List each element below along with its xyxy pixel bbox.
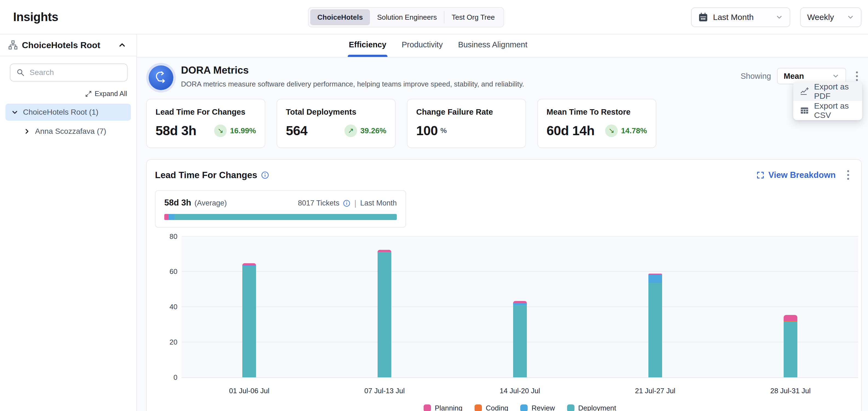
expand-all-button[interactable]: Expand All (0, 90, 127, 98)
bar-segment-planning (784, 315, 797, 321)
view-breakdown-button[interactable]: View Breakdown (756, 170, 836, 180)
chart-line-icon (800, 87, 809, 96)
bar-segment-planning (242, 263, 256, 266)
stacked-bar[interactable] (648, 274, 662, 377)
top-header: Insights ChoiceHotels Solution Engineers… (0, 0, 868, 34)
bar-segment-deployment (513, 305, 527, 377)
separator: | (354, 199, 356, 208)
trend-up-icon: ↗ (344, 125, 357, 137)
stacked-bar[interactable] (784, 315, 797, 377)
bar-segment-deployment (648, 283, 662, 377)
chart-x-axis: 01 Jul-06 Jul07 Jul-13 Jul14 Jul-20 Jul2… (182, 378, 858, 397)
export-pdf-label: Export as PDF (814, 82, 856, 101)
dora-subtitle: DORA metrics measure software delivery p… (181, 80, 524, 89)
legend-item-deployment[interactable]: Deployment (567, 404, 616, 411)
legend-label: Planning (435, 404, 463, 411)
tree-item-label: ChoiceHotels Root (1) (23, 108, 98, 116)
aggregation-value: Mean (784, 72, 804, 81)
granularity-select[interactable]: Weekly (800, 7, 861, 27)
bar-segment-deployment (378, 252, 391, 377)
tree-item-anna[interactable]: Anna Scozzafava (7) (18, 123, 131, 140)
phase-segment-review (168, 214, 174, 220)
chevron-up-icon[interactable] (118, 41, 126, 49)
info-icon[interactable] (261, 171, 269, 179)
search-input[interactable] (30, 68, 122, 77)
summary-qualifier: (Average) (194, 199, 227, 207)
trend-delta: 39.26% (360, 127, 386, 135)
chevron-down-icon[interactable] (11, 108, 19, 116)
dora-header: DORA Metrics DORA metrics measure softwa… (146, 63, 862, 90)
chevron-right-icon[interactable] (23, 128, 31, 135)
lead-time-summary-card: 58d 3h (Average) 8017 Tickets | Last Mon… (155, 190, 406, 228)
date-range-select[interactable]: Last Month (691, 7, 790, 27)
legend-label: Deployment (578, 404, 616, 411)
org-tab-test-org-tree[interactable]: Test Org Tree (444, 9, 502, 25)
metric-title: Change Failure Rate (416, 107, 517, 116)
dora-cycle-icon (149, 65, 173, 90)
org-tree-sidebar: ChoiceHotels Root Expand All ChoiceHotel… (0, 34, 137, 411)
legend-label: Coding (486, 404, 508, 411)
calendar-icon (698, 12, 708, 22)
stacked-bar[interactable] (378, 250, 391, 377)
dora-metric-cards: Lead Time For Changes 58d 3h ↘ 16.99% To… (146, 99, 862, 148)
expand-all-label: Expand All (95, 90, 127, 98)
tree-item-root[interactable]: ChoiceHotels Root (1) (5, 104, 131, 121)
metric-card-change-failure-rate: Change Failure Rate 100 % (407, 99, 526, 148)
org-tab-choicehotels[interactable]: ChoiceHotels (310, 9, 370, 25)
metric-value: 58d 3h (156, 123, 196, 138)
legend-swatch (520, 404, 528, 411)
date-range-value: Last Month (713, 12, 753, 22)
x-tick-label: 14 Jul-20 Jul (500, 387, 540, 395)
tab-efficiency[interactable]: Efficiency (349, 40, 386, 57)
info-icon[interactable] (343, 200, 350, 207)
chevron-down-icon (775, 13, 783, 21)
trend-delta: 14.78% (621, 127, 647, 135)
tab-productivity[interactable]: Productivity (402, 40, 443, 57)
legend-item-planning[interactable]: Planning (424, 404, 463, 411)
summary-value: 58d 3h (164, 198, 191, 208)
org-tree: ChoiceHotels Root (1) Anna Scozzafava (7… (5, 104, 131, 140)
main-panel: Efficiency Productivity Business Alignme… (137, 34, 868, 411)
legend-item-review[interactable]: Review (520, 404, 555, 411)
y-tick-label: 40 (169, 303, 178, 311)
bar-segment-planning (378, 250, 391, 252)
trend-badge: ↘ 16.99% (214, 125, 256, 137)
table-icon (800, 106, 809, 115)
trend-down-icon: ↘ (214, 125, 227, 137)
trend-badge: ↘ 14.78% (605, 125, 647, 137)
y-tick-label: 20 (169, 338, 178, 346)
sidebar-header[interactable]: ChoiceHotels Root (0, 34, 136, 56)
chart-overflow-menu-button[interactable] (843, 168, 853, 182)
trend-down-icon: ↘ (605, 125, 618, 137)
dora-overflow-menu-button[interactable] (852, 69, 862, 84)
metric-title: Total Deployments (286, 107, 386, 116)
phase-distribution-bar (164, 214, 397, 220)
chevron-down-icon (847, 13, 854, 21)
metric-unit: % (441, 127, 447, 135)
bar-segment-deployment (242, 266, 256, 377)
chart-y-axis: 020406080 (155, 237, 178, 378)
export-pdf-menu-item[interactable]: Export as PDF (793, 82, 862, 101)
sidebar-search[interactable] (10, 64, 128, 81)
tickets-count: 8017 Tickets (298, 199, 340, 207)
y-tick-label: 0 (174, 373, 178, 382)
legend-swatch (474, 404, 482, 411)
legend-item-coding[interactable]: Coding (474, 404, 508, 411)
trend-badge: ↗ 39.26% (344, 125, 386, 137)
stacked-bar[interactable] (242, 263, 256, 377)
legend-swatch (424, 404, 431, 411)
stacked-bar[interactable] (513, 301, 527, 377)
metric-value: 100 (416, 123, 438, 138)
trend-delta: 16.99% (230, 127, 256, 135)
gridline (182, 271, 858, 272)
org-tab-solution-engineers[interactable]: Solution Engineers (370, 9, 444, 25)
showing-label: Showing (741, 72, 771, 81)
chart-section-title: Lead Time For Changes (155, 170, 257, 180)
bar-segment-planning (513, 301, 527, 303)
chevron-down-icon (832, 72, 839, 80)
bar-segment-deployment (784, 321, 797, 377)
tab-business-alignment[interactable]: Business Alignment (458, 40, 527, 57)
export-csv-menu-item[interactable]: Export as CSV (793, 101, 862, 120)
y-tick-label: 80 (169, 232, 178, 241)
x-tick-label: 28 Jul-31 Jul (770, 387, 810, 395)
